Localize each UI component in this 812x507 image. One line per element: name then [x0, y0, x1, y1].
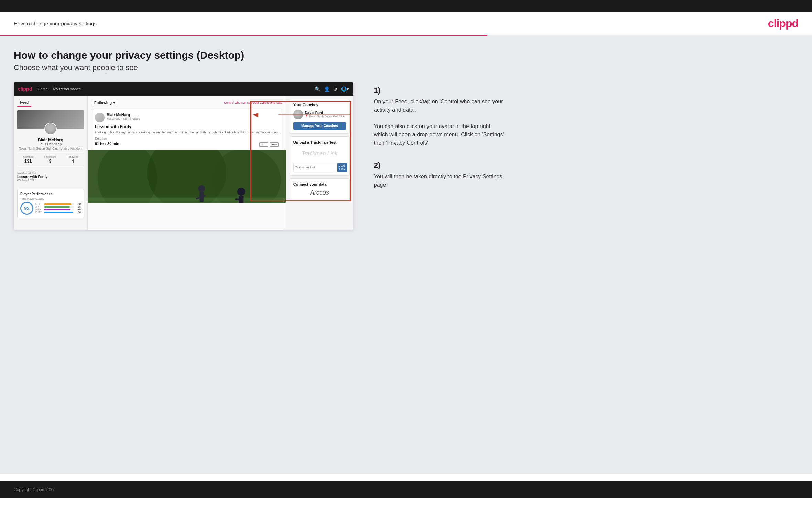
post-image	[88, 150, 286, 203]
profile-stats: Activities 131 Followers 3 Following 4	[17, 153, 84, 166]
content-row: clippd Home My Performance 🔍 👤 ⊕ 🌐▾ Feed	[14, 82, 798, 230]
stat-activities: Activities 131	[23, 155, 34, 164]
quality-bars: OTT 90 APP 85	[35, 203, 81, 214]
post-avatar	[95, 113, 105, 122]
instruction-1-number: 1)	[374, 86, 798, 95]
app-nav-home: Home	[37, 87, 47, 91]
trackman-input[interactable]	[293, 163, 336, 172]
bar-putt: PUTT 96	[35, 211, 81, 213]
connect-section: Connect your data Arccos	[290, 178, 350, 200]
profile-club: Royal North Devon Golf Club, United King…	[17, 147, 84, 150]
feed-tab: Feed	[17, 99, 31, 107]
app-right-panel: Your Coaches David Ford 📍 Royal North De…	[286, 96, 353, 230]
trackman-section: Upload a Trackman Test Trackman Link Add…	[290, 136, 350, 176]
app-nav-right: 🔍 👤 ⊕ 🌐▾	[315, 86, 349, 92]
coaches-title: Your Coaches	[293, 103, 346, 107]
quality-score: 92	[20, 202, 33, 215]
coach-club: 📍 Royal North Devon Golf Club	[305, 115, 345, 118]
coach-name: David Ford	[305, 111, 345, 115]
player-performance-section: Player Performance Total Player Quality …	[17, 189, 84, 218]
post-tags: OTT APP	[259, 142, 279, 147]
profile-avatar-img	[45, 123, 56, 134]
player-performance-title: Player Performance	[20, 192, 81, 196]
arccos-text: Arccos	[293, 189, 346, 196]
app-screenshot-wrapper: clippd Home My Performance 🔍 👤 ⊕ 🌐▾ Feed	[14, 82, 353, 230]
app-screenshot: clippd Home My Performance 🔍 👤 ⊕ 🌐▾ Feed	[14, 82, 353, 230]
page-subtitle: Choose what you want people to see	[14, 63, 798, 72]
trackman-placeholder: Trackman Link	[293, 147, 346, 160]
svg-point-3	[212, 150, 281, 203]
instruction-2-text: You will then be taken directly to the P…	[374, 173, 505, 189]
instruction-2-number: 2)	[374, 161, 798, 170]
control-privacy-link[interactable]: Control who can see your activity and da…	[224, 101, 282, 104]
coach-avatar	[293, 110, 303, 119]
app-nav-my-performance: My Performance	[53, 87, 81, 91]
trackman-add-button[interactable]: Add Link	[337, 163, 347, 172]
profile-handicap: Plus Handicap	[17, 142, 84, 146]
footer-copyright: Copyright Clippd 2022	[14, 487, 55, 492]
instruction-1-text: On your Feed, click/tap on 'Control who …	[374, 98, 505, 147]
trackman-input-row: Add Link	[293, 163, 346, 172]
top-bar	[0, 0, 812, 12]
post-user-name: Blair McHarg	[107, 113, 140, 117]
svg-rect-4	[88, 197, 286, 203]
location-icon: 📍	[305, 115, 308, 118]
following-button[interactable]: Following ▾	[91, 99, 118, 106]
clippd-logo: clippd	[768, 17, 798, 30]
svg-point-8	[198, 185, 205, 192]
instructions-panel: 1) On your Feed, click/tap on 'Control w…	[367, 82, 798, 203]
latest-activity-label: Latest Activity	[17, 171, 84, 174]
profile-avatar	[44, 123, 57, 135]
page-title: How to change your privacy settings (Des…	[14, 49, 798, 61]
post-duration-label: Duration	[95, 137, 279, 140]
post-card: Blair McHarg Yesterday · Sunningdale Les…	[91, 109, 282, 151]
stat-followers: Followers 3	[44, 155, 56, 164]
latest-activity-date: 03 Aug 2022	[17, 179, 84, 182]
profile-banner	[17, 110, 84, 129]
instruction-2: 2) You will then be taken directly to th…	[374, 161, 798, 189]
latest-activity-name: Lesson with Fordy	[17, 175, 84, 179]
post-user-sub: Yesterday · Sunningdale	[107, 117, 140, 120]
app-body: Feed Blair McHarg Plus Handicap Royal No…	[14, 96, 353, 230]
breadcrumb: How to change your privacy settings	[14, 21, 97, 26]
bar-app: APP 85	[35, 206, 81, 208]
plus-icon: ⊕	[333, 86, 337, 92]
post-tag-ott: OTT	[259, 142, 268, 147]
connect-title: Connect your data	[293, 182, 346, 186]
post-duration-row: 01 hr : 30 min OTT APP	[95, 141, 279, 147]
post-duration-value: 01 hr : 30 min	[95, 142, 119, 146]
post-title: Lesson with Fordy	[95, 124, 279, 129]
avatar-icon: 🌐▾	[341, 86, 349, 92]
following-row: Following ▾ Control who can see your act…	[91, 99, 282, 106]
person-icon: 👤	[324, 86, 330, 92]
coach-item: David Ford 📍 Royal North Devon Golf Club	[293, 110, 346, 119]
coach-info: David Ford 📍 Royal North Devon Golf Club	[305, 111, 345, 118]
footer: Copyright Clippd 2022	[0, 481, 812, 498]
svg-point-5	[237, 188, 245, 196]
app-nav: clippd Home My Performance 🔍 👤 ⊕ 🌐▾	[14, 82, 353, 96]
profile-name: Blair McHarg	[17, 137, 84, 142]
header: How to change your privacy settings clip…	[0, 12, 812, 35]
post-header: Blair McHarg Yesterday · Sunningdale	[95, 113, 279, 122]
total-player-quality-label: Total Player Quality	[20, 197, 81, 200]
app-feed: Following ▾ Control who can see your act…	[88, 96, 286, 230]
post-description: Looking to feel like my hands are exitin…	[95, 131, 279, 135]
your-coaches-section: Your Coaches David Ford 📍 Royal North De…	[290, 99, 350, 134]
post-user-info: Blair McHarg Yesterday · Sunningdale	[107, 113, 140, 120]
manage-coaches-button[interactable]: Manage Your Coaches	[293, 122, 346, 130]
quality-row: 92 OTT 90 APP	[20, 202, 81, 215]
post-tag-app: APP	[270, 142, 279, 147]
app-sidebar: Feed Blair McHarg Plus Handicap Royal No…	[14, 96, 88, 230]
search-icon: 🔍	[315, 86, 321, 92]
svg-rect-7	[235, 198, 242, 200]
bar-ott: OTT 90	[35, 203, 81, 205]
trackman-title: Upload a Trackman Test	[293, 140, 346, 144]
latest-activity: Latest Activity Lesson with Fordy 03 Aug…	[17, 169, 84, 188]
bar-arg: ARG 86	[35, 208, 81, 211]
main-content: How to change your privacy settings (Des…	[0, 36, 812, 474]
stat-following: Following 4	[67, 155, 78, 164]
app-nav-logo: clippd	[18, 86, 32, 92]
instruction-1: 1) On your Feed, click/tap on 'Control w…	[374, 86, 798, 147]
